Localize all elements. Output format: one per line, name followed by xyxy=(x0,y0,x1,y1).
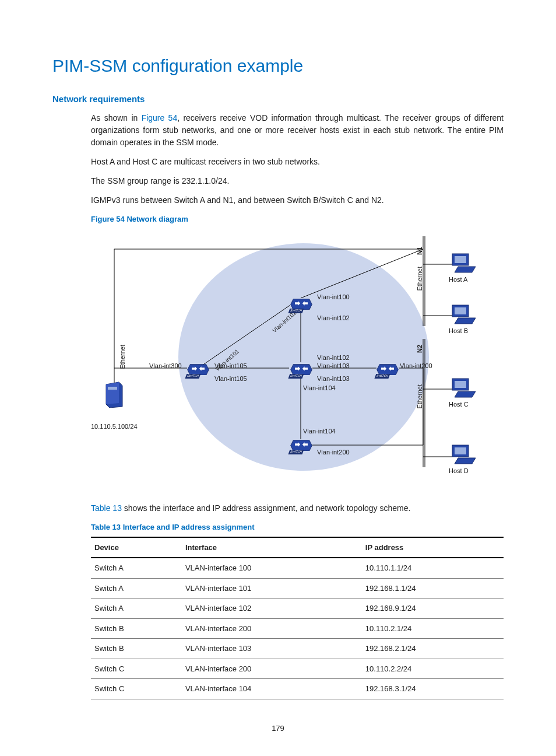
diagram-label: Host D xyxy=(449,466,469,476)
host-icon xyxy=(451,304,477,325)
diagram-label: N2 xyxy=(415,345,425,353)
diagram-label: Vlan-int103 xyxy=(317,361,350,371)
svg-rect-39 xyxy=(455,307,466,314)
switch-icon xyxy=(187,362,209,375)
table-cell: VLAN-interface 200 xyxy=(182,659,362,679)
svg-rect-45 xyxy=(455,447,466,454)
svg-marker-48 xyxy=(106,382,119,404)
table-cell: 192.168.3.1/24 xyxy=(362,679,504,699)
diagram-label: Vlan-int103 xyxy=(317,374,350,384)
diagram-switch-tag: SWITCH xyxy=(185,374,200,379)
table-caption: Table 13 Interface and IP address assign… xyxy=(91,522,504,533)
svg-rect-49 xyxy=(108,387,117,390)
text: As shown in xyxy=(91,113,142,123)
table-row: Switch AVLAN-interface 10010.110.1.1/24 xyxy=(91,558,504,578)
figure-link[interactable]: Figure 54 xyxy=(142,113,178,123)
ip-assignment-table: Device Interface IP address Switch AVLAN… xyxy=(91,537,504,699)
table-cell: VLAN-interface 101 xyxy=(182,578,362,598)
table-row: Switch CVLAN-interface 20010.110.2.2/24 xyxy=(91,659,504,679)
page-title: PIM-SSM configuration example xyxy=(52,52,504,79)
table-cell: 192.168.1.1/24 xyxy=(362,578,504,598)
text: shows the interface and IP address assig… xyxy=(122,503,410,513)
svg-marker-37 xyxy=(455,267,476,272)
table-row: Switch BVLAN-interface 103192.168.2.1/24 xyxy=(91,639,504,659)
table-link[interactable]: Table 13 xyxy=(91,503,122,513)
diagram-label: Ethernet xyxy=(415,384,425,409)
table-header: Interface xyxy=(182,537,362,558)
diagram-label: Host A xyxy=(449,275,467,285)
svg-line-3 xyxy=(198,305,290,368)
page-number: 179 xyxy=(52,723,504,734)
table-row: Switch AVLAN-interface 102192.168.9.1/24 xyxy=(91,598,504,619)
svg-line-4 xyxy=(301,249,423,298)
paragraph: Host A and Host C are multicast receiver… xyxy=(91,156,504,168)
diagram-switch-tag: SWITCH xyxy=(375,374,390,379)
diagram-label: Vlan-int102 xyxy=(317,313,350,323)
switch-icon xyxy=(290,297,312,310)
table-row: Switch CVLAN-interface 104192.168.3.1/24 xyxy=(91,679,504,699)
table-cell: VLAN-interface 104 xyxy=(182,679,362,699)
paragraph: Table 13 shows the interface and IP addr… xyxy=(91,502,504,514)
diagram-label: Vlan-int104 xyxy=(303,383,336,393)
server-icon xyxy=(105,381,124,408)
table-cell: Switch C xyxy=(91,659,182,679)
svg-marker-46 xyxy=(455,458,476,464)
switch-icon xyxy=(290,362,312,375)
svg-marker-43 xyxy=(455,391,476,397)
section-heading-network-requirements: Network requirements xyxy=(52,93,504,106)
diagram-label: Vlan-int100 xyxy=(317,292,350,302)
table-cell: 192.168.9.1/24 xyxy=(362,598,504,619)
svg-marker-40 xyxy=(455,318,476,324)
diagram-switch-tag: SWITCH xyxy=(288,374,304,379)
diagram-label: Vlan-int105 xyxy=(214,374,247,384)
table-cell: 192.168.2.1/24 xyxy=(362,639,504,659)
svg-rect-42 xyxy=(455,381,466,388)
diagram-label: Host B xyxy=(449,326,468,336)
table-cell: Switch C xyxy=(91,679,182,699)
table-cell: 10.110.2.2/24 xyxy=(362,659,504,679)
diagram-label: Vlan-int300 xyxy=(149,361,182,371)
diagram-label: Ethernet xyxy=(118,345,128,369)
switch-icon xyxy=(290,438,312,451)
table-header: IP address xyxy=(362,537,504,558)
table-cell: VLAN-interface 102 xyxy=(182,598,362,619)
diagram-label: Vlan-int200 xyxy=(317,447,350,457)
table-cell: Switch A xyxy=(91,598,182,619)
diagram-switch-tag: SWITCH xyxy=(288,309,304,313)
table-cell: VLAN-interface 103 xyxy=(182,639,362,659)
host-icon xyxy=(451,444,477,465)
table-row: Switch BVLAN-interface 20010.110.2.1/24 xyxy=(91,618,504,639)
diagram-label: Vlan-int104 xyxy=(303,426,336,436)
paragraph: The SSM group range is 232.1.1.0/24. xyxy=(91,175,504,187)
table-cell: VLAN-interface 200 xyxy=(182,618,362,639)
network-diagram: Vlan-int100 Vlan-int102 Vlan-int101 Vlan… xyxy=(91,228,511,485)
paragraph: IGMPv3 runs between Switch A and N1, and… xyxy=(91,194,504,206)
host-icon xyxy=(451,377,477,398)
diagram-label: Vlan-int200 xyxy=(400,361,432,371)
table-cell: Switch B xyxy=(91,639,182,659)
diagram-label: Ethernet xyxy=(415,267,425,291)
figure-caption: Figure 54 Network diagram xyxy=(91,214,504,225)
diagram-switch-tag: SWITCH xyxy=(288,450,304,454)
diagram-label: Vlan-int105 xyxy=(214,361,247,371)
table-cell: VLAN-interface 100 xyxy=(182,558,362,578)
diagram-label: 10.110.5.100/24 xyxy=(91,422,138,432)
table-row: Switch AVLAN-interface 101192.168.1.1/24 xyxy=(91,578,504,598)
host-icon xyxy=(451,253,477,274)
svg-rect-36 xyxy=(455,256,466,263)
paragraph: As shown in Figure 54, receivers receive… xyxy=(91,112,504,149)
table-header: Device xyxy=(91,537,182,558)
table-cell: Switch A xyxy=(91,578,182,598)
table-cell: Switch B xyxy=(91,618,182,639)
diagram-label: Host C xyxy=(449,400,469,410)
table-cell: Switch A xyxy=(91,558,182,578)
table-cell: 10.110.1.1/24 xyxy=(362,558,504,578)
switch-icon xyxy=(376,362,399,375)
table-cell: 10.110.2.1/24 xyxy=(362,618,504,639)
diagram-label: N1 xyxy=(415,247,425,255)
